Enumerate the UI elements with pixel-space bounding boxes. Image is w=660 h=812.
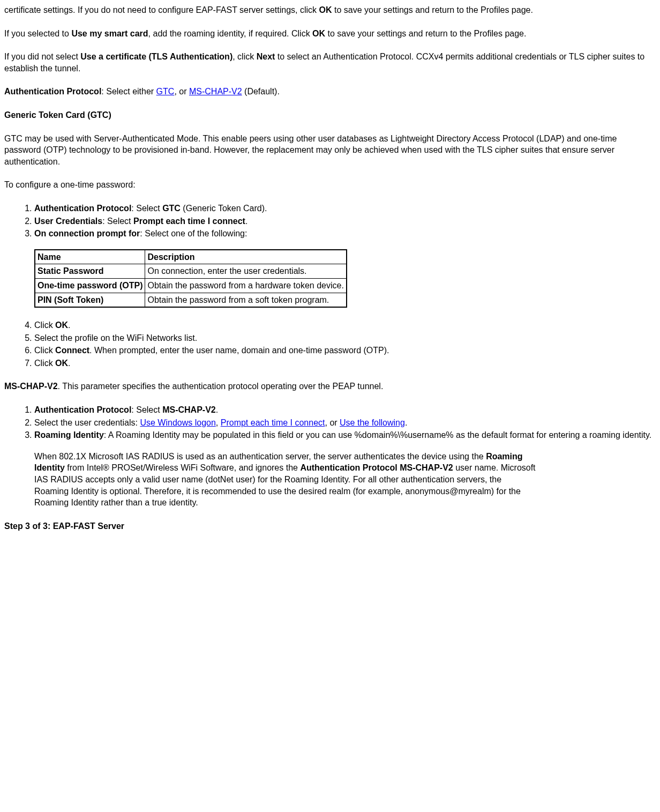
text: If you selected to — [4, 29, 71, 38]
use-cert-text: Use a certificate (TLS Authentication) — [80, 52, 232, 61]
table-header-description: Description — [145, 250, 347, 264]
text: : Select — [131, 405, 162, 414]
use-smart-card-text: Use my smart card — [71, 29, 148, 38]
text: When 802.1X Microsoft IAS RADIUS is used… — [34, 452, 486, 461]
text: to save your settings and return to the … — [332, 5, 533, 14]
list-item: Select the profile on the WiFi Networks … — [34, 332, 656, 344]
text: Click — [34, 321, 55, 330]
text: : A Roaming Identity may be populated in… — [104, 430, 652, 439]
text: : Select — [102, 217, 133, 226]
step3-heading-text: Step 3 of 3: EAP-FAST Server — [4, 522, 124, 531]
ok-text: OK — [312, 29, 325, 38]
step-label: User Credentials — [34, 217, 102, 226]
table-cell-name: Static Password — [38, 266, 104, 275]
gtc-link[interactable]: GTC — [156, 87, 175, 96]
step3-heading: Step 3 of 3: EAP-FAST Server — [4, 520, 656, 532]
mschap-steps-list: Authentication Protocol: Select MS-CHAP-… — [4, 404, 656, 509]
list-item: Authentication Protocol: Select MS-CHAP-… — [34, 404, 656, 416]
list-item: User Credentials: Select Prompt each tim… — [34, 215, 656, 227]
table-header-name: Name — [35, 250, 145, 264]
table-header-row: Name Description — [35, 250, 347, 264]
list-item: Click OK. — [34, 319, 656, 331]
text: . — [405, 418, 407, 427]
table-cell-desc: On connection, enter the user credential… — [145, 264, 347, 279]
list-item: Roaming Identity: A Roaming Identity may… — [34, 429, 656, 509]
text: : Select — [131, 204, 162, 213]
table-row: Static Password On connection, enter the… — [35, 264, 347, 279]
mschap-heading: MS-CHAP-V2 — [4, 382, 58, 391]
ok-text: OK — [319, 5, 332, 14]
text: . — [216, 405, 218, 414]
step-value: GTC — [162, 204, 181, 213]
text: . — [68, 321, 70, 330]
paragraph-auth-proto: Authentication Protocol: Select either G… — [4, 86, 656, 98]
list-item: Click Connect. When prompted, enter the … — [34, 345, 656, 356]
step-label: Authentication Protocol — [34, 204, 131, 213]
mschap-paragraph: MS-CHAP-V2. This parameter specifies the… — [4, 381, 656, 392]
text: , click — [232, 52, 256, 61]
gtc-steps-list: Authentication Protocol: Select GTC (Gen… — [4, 203, 656, 369]
ok-text: OK — [55, 359, 68, 368]
prompt-options-table: Name Description Static Password On conn… — [34, 249, 347, 308]
text: , or — [174, 87, 189, 96]
ok-text: OK — [55, 321, 68, 330]
step-label: Roaming Identity — [34, 430, 104, 439]
text: : Select one of the following: — [140, 229, 247, 238]
use-windows-logon-link[interactable]: Use Windows logon — [140, 418, 215, 427]
list-item: Select the user credentials: Use Windows… — [34, 417, 656, 429]
gtc-config-intro: To configure a one-time password: — [4, 179, 656, 191]
step-label: On connection prompt for — [34, 229, 140, 238]
text: . When prompted, enter the user name, do… — [89, 346, 389, 355]
auth-proto-mschap-text: Authentication Protocol MS-CHAP-V2 — [300, 463, 453, 472]
prompt-each-time-link[interactable]: Prompt each time I connect — [221, 418, 325, 427]
gtc-description: GTC may be used with Server-Authenticate… — [4, 133, 656, 168]
text: Select the user credentials: — [34, 418, 140, 427]
text: , add the roaming identity, if required.… — [148, 29, 313, 38]
text: (Default). — [242, 87, 280, 96]
step-value: Prompt each time I connect — [133, 217, 245, 226]
text: Click — [34, 359, 55, 368]
text: from Intel® PROSet/Wireless WiFi Softwar… — [65, 463, 301, 472]
paragraph-smartcard: If you selected to Use my smart card, ad… — [4, 28, 656, 40]
table-cell-name: One-time password (OTP) — [38, 281, 142, 290]
auth-proto-label: Authentication Protocol — [4, 87, 101, 96]
text: . — [245, 217, 248, 226]
table-cell-desc: Obtain the password from a soft token pr… — [145, 293, 347, 307]
text: If you did not select — [4, 52, 80, 61]
text: , — [216, 418, 221, 427]
text: . — [68, 359, 70, 368]
list-item: Authentication Protocol: Select GTC (Gen… — [34, 203, 656, 214]
text: to save your settings and return to the … — [325, 29, 526, 38]
gtc-heading: Generic Token Card (GTC) — [4, 109, 656, 121]
table-cell-name: PIN (Soft Token) — [38, 295, 103, 304]
text: : Select either — [101, 87, 156, 96]
paragraph-no-cert: If you did not select Use a certificate … — [4, 51, 656, 74]
roaming-identity-note: When 802.1X Microsoft IAS RADIUS is used… — [34, 451, 538, 509]
paragraph-cert-settings: certificate settings. If you do not need… — [4, 4, 656, 16]
text: certificate settings. If you do not need… — [4, 5, 319, 14]
connect-text: Connect — [55, 346, 89, 355]
step-label: Authentication Protocol — [34, 405, 131, 414]
next-text: Next — [257, 52, 275, 61]
list-item: On connection prompt for: Select one of … — [34, 228, 656, 308]
text: . This parameter specifies the authentic… — [58, 382, 384, 391]
text: Click — [34, 346, 55, 355]
list-item: Click OK. — [34, 357, 656, 369]
mschap-link[interactable]: MS-CHAP-V2 — [189, 87, 242, 96]
table-cell-desc: Obtain the password from a hardware toke… — [145, 278, 347, 293]
table-row: PIN (Soft Token) Obtain the password fro… — [35, 293, 347, 307]
text: (Generic Token Card). — [181, 204, 267, 213]
table-row: One-time password (OTP) Obtain the passw… — [35, 278, 347, 293]
use-the-following-link[interactable]: Use the following — [340, 418, 405, 427]
gtc-heading-text: Generic Token Card (GTC) — [4, 110, 111, 120]
step-value: MS-CHAP-V2 — [162, 405, 216, 414]
text: , or — [325, 418, 340, 427]
